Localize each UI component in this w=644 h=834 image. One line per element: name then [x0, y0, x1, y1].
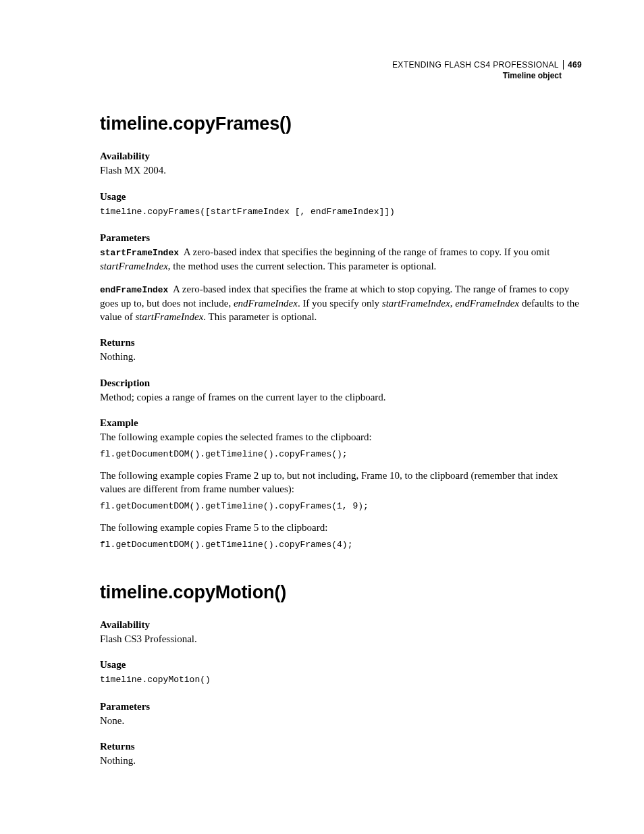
returns-body: Nothing. [100, 350, 582, 363]
param-text: . This parameter is optional. [203, 311, 317, 322]
param-endframeindex: endFrameIndex A zero-based index that sp… [100, 282, 582, 323]
running-header: EXTENDING FLASH CS4 PROFESSIONAL469 Time… [100, 59, 582, 81]
usage-label: Usage [100, 191, 582, 203]
description-label: Description [100, 377, 582, 389]
parameters-body: None. [100, 714, 582, 727]
method-copymotion: timeline.copyMotion() Availability Flash… [100, 582, 582, 768]
param-startframeindex: startFrameIndex A zero-based index that … [100, 245, 582, 273]
param-em: startFrameIndex [382, 298, 450, 309]
example-label: Example [100, 417, 582, 429]
page-container: EXTENDING FLASH CS4 PROFESSIONAL469 Time… [0, 0, 644, 834]
param-text: . If you specify only [298, 298, 382, 309]
example-code: fl.getDocumentDOM().getTimeline().copyFr… [100, 448, 582, 462]
availability-body: Flash MX 2004. [100, 163, 582, 177]
example-intro: The following example copies Frame 5 to … [100, 521, 582, 534]
param-em: startFrameIndex [100, 261, 168, 271]
param-em: endFrameIndex [234, 298, 298, 309]
param-em: endFrameIndex [455, 298, 519, 309]
param-name: startFrameIndex [100, 248, 179, 258]
returns-label: Returns [100, 337, 582, 348]
param-text: , the method uses the current selection.… [168, 261, 437, 271]
book-title: EXTENDING FLASH CS4 PROFESSIONAL [392, 60, 559, 70]
returns-label: Returns [100, 741, 582, 752]
parameters-label: Parameters [100, 232, 582, 244]
method-copyframes: timeline.copyFrames() Availability Flash… [100, 113, 582, 552]
chapter-title: Timeline object [100, 70, 582, 81]
availability-label: Availability [100, 151, 582, 162]
page-number: 469 [563, 60, 582, 70]
usage-label: Usage [100, 659, 582, 671]
availability-label: Availability [100, 619, 582, 631]
availability-body: Flash CS3 Professional. [100, 632, 582, 646]
usage-code: timeline.copyMotion() [100, 673, 582, 687]
example-code: fl.getDocumentDOM().getTimeline().copyFr… [100, 500, 582, 514]
param-name: endFrameIndex [100, 285, 168, 295]
parameters-label: Parameters [100, 701, 582, 712]
method-title: timeline.copyFrames() [100, 113, 582, 134]
example-intro: The following example copies Frame 2 up … [100, 469, 582, 496]
example-intro: The following example copies the selecte… [100, 430, 582, 444]
returns-body: Nothing. [100, 754, 582, 767]
example-code: fl.getDocumentDOM().getTimeline().copyFr… [100, 538, 582, 552]
param-em: startFrameIndex [135, 311, 203, 322]
description-body: Method; copies a range of frames on the … [100, 390, 582, 404]
method-title: timeline.copyMotion() [100, 582, 582, 603]
param-text: A zero-based index that specifies the be… [184, 246, 550, 257]
usage-code: timeline.copyFrames([startFrameIndex [, … [100, 205, 582, 219]
